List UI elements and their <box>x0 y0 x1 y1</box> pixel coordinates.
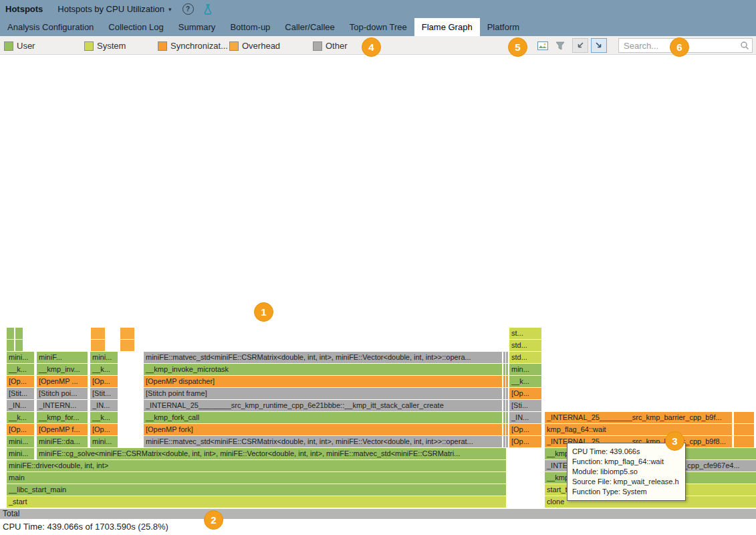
flame-block[interactable] <box>91 340 105 351</box>
flame-block[interactable]: __kmp_fork_call <box>144 412 502 423</box>
flame-block[interactable]: miniFE::matvec_std<miniFE::CSRMatrix<dou… <box>144 436 502 447</box>
flame-block[interactable]: mini... <box>7 448 34 459</box>
flame-block[interactable] <box>120 328 134 339</box>
flame-block[interactable]: [OpenMP fork] <box>144 424 502 435</box>
tab-bottom-up[interactable]: Bottom-up <box>223 18 277 36</box>
flame-block[interactable] <box>734 424 754 435</box>
flame-block[interactable] <box>734 412 754 423</box>
flame-block[interactable]: __k... <box>7 412 34 423</box>
flame-block[interactable]: _INTERNAL_25________src_kmp_barrier_cpp_… <box>545 412 732 423</box>
flame-block[interactable]: [Op... <box>509 436 541 447</box>
flame-block[interactable]: min... <box>509 364 541 375</box>
flame-block[interactable]: [OpenMP dispatcher] <box>144 376 502 387</box>
flame-block[interactable]: _INTERNAL_25________src_kmp_runtime_cpp_… <box>144 400 502 411</box>
flame-block[interactable]: [Stitch poi... <box>37 388 88 399</box>
flask-icon[interactable] <box>203 4 213 15</box>
flame-block[interactable] <box>15 340 23 351</box>
flame-block[interactable]: miniFE::matvec_std<miniFE::CSRMatrix<dou… <box>144 352 502 363</box>
flame-block[interactable]: miniFE::cg_solve<miniFE::CSRMatrix<doubl… <box>37 448 506 459</box>
flame-block[interactable]: __k... <box>7 364 34 375</box>
flame-block[interactable] <box>503 376 505 387</box>
tab-flame-graph[interactable]: Flame Graph <box>414 18 480 36</box>
flame-block[interactable]: miniFE::da... <box>37 436 88 447</box>
save-picture-button[interactable] <box>535 38 551 53</box>
flame-block[interactable] <box>503 436 505 447</box>
help-icon[interactable]: ? <box>182 3 194 15</box>
flame-block[interactable] <box>506 352 508 363</box>
flame-block[interactable]: __k... <box>509 376 541 387</box>
flame-block[interactable]: __kmp_for... <box>37 412 88 423</box>
flame-block[interactable]: mini... <box>90 436 118 447</box>
tooltip: CPU Time: 439.066s Function: kmp_flag_64… <box>567 443 686 501</box>
flame-block[interactable] <box>7 328 14 339</box>
flame-block[interactable]: [Op... <box>7 424 34 435</box>
flame-block[interactable]: __k... <box>90 412 118 423</box>
search-icon[interactable] <box>740 41 749 53</box>
flame-block[interactable]: main <box>7 472 506 484</box>
flame-block[interactable] <box>120 340 134 351</box>
flame-block[interactable] <box>503 352 505 363</box>
flame-block[interactable] <box>503 424 505 435</box>
legend-item-synchronizat: Synchronizat... <box>158 41 228 51</box>
annotation-badge-5: 5 <box>508 37 527 57</box>
tab-analysis-configuration[interactable]: Analysis Configuration <box>0 18 101 36</box>
flame-block[interactable]: [Sti... <box>509 400 541 411</box>
flame-block[interactable]: [Op... <box>7 376 34 387</box>
legend-label: User <box>17 41 35 51</box>
flame-block[interactable]: mini... <box>90 352 118 363</box>
zoom-out-stack-button[interactable] <box>572 38 588 53</box>
flame-block[interactable] <box>506 400 508 411</box>
flame-block[interactable]: __k... <box>90 364 118 375</box>
flame-block[interactable]: __kmp_inv... <box>37 364 88 375</box>
flame-block[interactable]: miniF... <box>37 352 88 363</box>
flame-block[interactable] <box>506 412 508 423</box>
flame-block[interactable] <box>503 400 505 411</box>
flame-root-total[interactable]: Total <box>0 509 756 519</box>
flame-block[interactable]: [Stit... <box>90 388 118 399</box>
tab-collection-log[interactable]: Collection Log <box>101 18 170 36</box>
tab-summary[interactable]: Summary <box>171 18 223 36</box>
flame-block[interactable] <box>506 424 508 435</box>
flame-block[interactable]: [Op... <box>90 376 118 387</box>
flame-block[interactable]: __kmp_invoke_microtask <box>144 364 502 375</box>
flame-block[interactable]: std... <box>509 340 541 351</box>
flame-block[interactable]: st... <box>509 328 541 339</box>
flame-block[interactable]: mini... <box>7 352 34 363</box>
arrow-bottom-left-icon <box>576 41 584 49</box>
flame-block[interactable] <box>506 436 508 447</box>
viewpoint-selector[interactable]: Hotspots by CPU Utilization ▾ <box>57 4 171 14</box>
flame-block[interactable] <box>506 388 508 399</box>
tab-top-down-tree[interactable]: Top-down Tree <box>342 18 414 36</box>
flame-block[interactable]: [Stit... <box>7 388 34 399</box>
tab-platform[interactable]: Platform <box>480 18 527 36</box>
flame-block[interactable]: miniFE::driver<double, int, int> <box>7 460 506 471</box>
flame-block[interactable]: [OpenMP ... <box>37 376 88 387</box>
zoom-in-stack-button[interactable] <box>591 38 607 53</box>
flame-block[interactable]: std... <box>509 352 541 363</box>
flame-block[interactable] <box>503 364 505 375</box>
tab-caller-callee[interactable]: Caller/Callee <box>277 18 342 36</box>
flame-block[interactable] <box>7 340 14 351</box>
flame-block[interactable]: [Stitch point frame] <box>144 388 502 399</box>
flame-block[interactable] <box>91 328 105 339</box>
flame-block[interactable]: kmp_flag_64::wait <box>545 424 732 435</box>
flame-block[interactable]: [Op... <box>509 388 541 399</box>
flame-block[interactable] <box>734 436 754 447</box>
flame-block[interactable]: _INTERN... <box>37 400 88 411</box>
flame-block[interactable]: _IN... <box>90 400 118 411</box>
flame-block[interactable]: __libc_start_main <box>7 484 506 496</box>
flame-block[interactable]: _IN... <box>509 412 541 423</box>
flame-block[interactable]: [Op... <box>509 424 541 435</box>
flame-block[interactable] <box>503 388 505 399</box>
flame-block[interactable]: mini... <box>7 436 34 447</box>
flame-block[interactable]: [Op... <box>90 424 118 435</box>
flame-block[interactable]: [OpenMP f... <box>37 424 88 435</box>
flame-block[interactable]: _IN... <box>7 400 34 411</box>
filter-button[interactable] <box>552 38 568 53</box>
legend-item-overhead: Overhead <box>229 41 280 51</box>
flame-block[interactable] <box>503 412 505 423</box>
flame-block[interactable] <box>506 364 508 375</box>
flame-block[interactable]: _start <box>7 496 506 508</box>
flame-block[interactable] <box>506 376 508 387</box>
flame-block[interactable] <box>15 328 23 339</box>
